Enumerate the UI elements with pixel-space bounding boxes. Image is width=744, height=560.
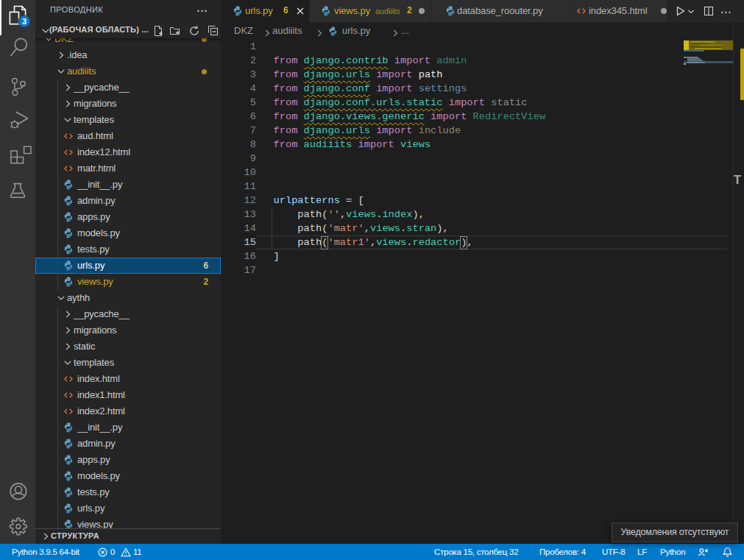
svg-text:3: 3 <box>22 17 26 26</box>
